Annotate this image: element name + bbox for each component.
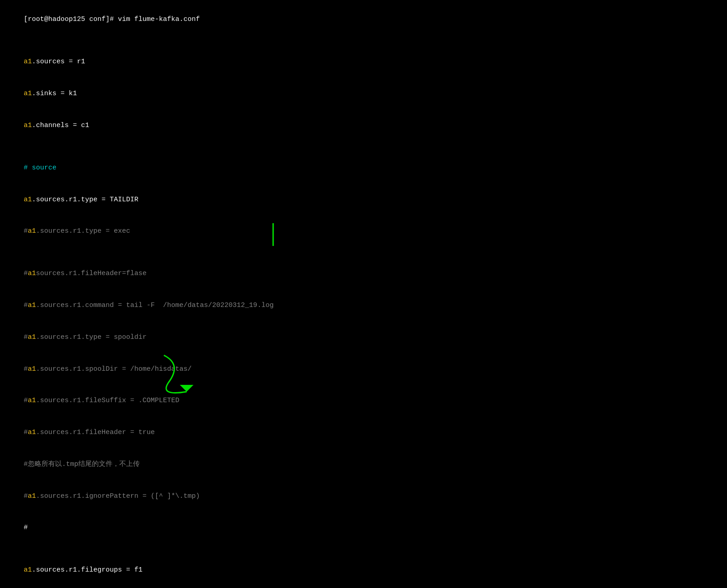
- line-filesuffix-commented: #a1.sources.r1.fileSuffix = .COMPLETED: [7, 385, 720, 417]
- line-sources: a1.sources = r1: [7, 46, 720, 78]
- line-filegroups: a1.sources.r1.filegroups = f1: [7, 554, 720, 586]
- line-blank-3: [7, 247, 720, 258]
- line-spooldir-val-commented: #a1.sources.r1.spoolDir = /home/hisdatas…: [7, 353, 720, 385]
- line-taildir: a1.sources.r1.type = TAILDIR: [7, 184, 720, 215]
- line-sinks: a1.sinks = k1: [7, 78, 720, 110]
- terminal-window: [root@hadoop125 conf]# vim flume-kafka.c…: [0, 0, 727, 588]
- line-filegroups-f1: a1.sources.r1.filegroups.f1 = /home/data…: [7, 586, 720, 588]
- line-fileheader2-commented: #a1.sources.r1.fileHeader = true: [7, 417, 720, 449]
- line-exec-commented: #a1.sources.r1.type = exec: [7, 215, 720, 247]
- line-blank-4: [7, 544, 720, 554]
- line-channels: a1.channels = c1: [7, 110, 720, 142]
- line-fileheader-commented: #a1sources.r1.fileHeader=flase: [7, 258, 720, 290]
- line-spooldir-type-commented: #a1.sources.r1.type = spooldir: [7, 322, 720, 353]
- line-command-commented: #a1.sources.r1.command = tail -F /home/d…: [7, 290, 720, 322]
- line-source-comment: # source: [7, 152, 720, 184]
- line-ignore-comment: #忽略所有以.tmp结尾的文件，不上传: [7, 449, 720, 481]
- line-prompt: [root@hadoop125 conf]# vim flume-kafka.c…: [7, 4, 720, 36]
- line-ignorepattern-commented: #a1.sources.r1.ignorePattern = ([^ ]*\.t…: [7, 480, 720, 512]
- line-blank-1: [7, 36, 720, 46]
- line-hash: #: [7, 512, 720, 544]
- line-blank-2: [7, 141, 720, 152]
